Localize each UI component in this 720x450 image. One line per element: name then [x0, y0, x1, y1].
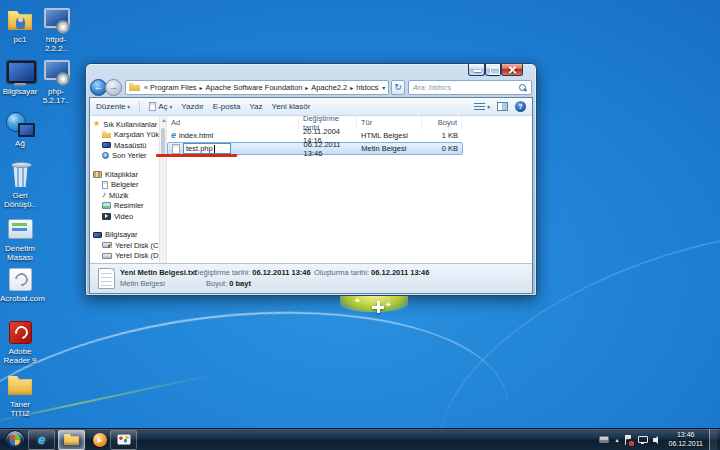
action-center-icon[interactable] — [624, 435, 632, 445]
chevron-down-icon: ▾ — [127, 104, 130, 110]
taskbar-item-internet-explorer[interactable]: e — [28, 430, 55, 450]
desktop-icon-label: Ağ — [0, 139, 40, 148]
taskbar-clock[interactable]: 13:46 06.12.2011 — [668, 431, 703, 448]
sidebar-item-label: Masaüstü — [114, 141, 147, 150]
chevron-down-icon: ▾ — [169, 104, 172, 110]
desktop-icon-taner-folder[interactable]: Taner TITIZ — [0, 371, 40, 418]
show-desktop-button[interactable] — [709, 429, 717, 450]
file-modified: 06.12.2011 13:46 — [304, 140, 358, 158]
details-filetype: Metin Belgesi — [120, 279, 165, 288]
recent-places-icon — [102, 152, 109, 159]
details-size-value: 0 bayt — [229, 279, 251, 288]
sidebar-item-local-disk-d[interactable]: Yerel Disk (D:) — [90, 251, 159, 262]
breadcrumb-arrow-icon[interactable]: ▸ — [200, 84, 203, 91]
desktop-icon-pc1[interactable]: pc1 — [0, 6, 40, 44]
file-size: 1 KB — [442, 131, 458, 140]
clock-time: 13:46 — [668, 431, 703, 440]
downloads-folder-icon — [102, 131, 111, 138]
search-icon[interactable] — [518, 83, 527, 92]
folder-icon — [4, 371, 36, 399]
sidebar-item-local-disk-c[interactable]: Yerel Disk (C:) — [90, 240, 159, 251]
desktop-icon-php-installer[interactable]: php-5.2.17.. — [36, 58, 76, 105]
sparkle-icon: + — [355, 296, 360, 305]
desktop-icon-computer[interactable]: Bilgisayar — [0, 58, 40, 96]
breadcrumb-arrow-icon[interactable]: ▸ — [350, 84, 353, 91]
list-view-icon — [474, 103, 485, 111]
rename-value: test.php — [186, 144, 213, 153]
taskbar-item-windows-explorer[interactable] — [58, 430, 85, 450]
sidebar-item-pictures[interactable]: Resimler — [90, 201, 159, 212]
computer-icon — [93, 232, 102, 238]
breadcrumb-arrow-icon[interactable]: ▸ — [305, 84, 308, 91]
network-tray-icon[interactable] — [638, 436, 647, 444]
recycle-bin-icon — [4, 162, 36, 190]
taskbar-item-media-player[interactable]: ▶ — [93, 433, 107, 447]
chevron-down-icon: ▾ — [487, 104, 490, 110]
column-header-size[interactable]: Boyut — [422, 116, 462, 129]
email-button[interactable]: E-posta — [213, 102, 241, 111]
sidebar-group-computer[interactable]: Bilgisayar — [90, 230, 159, 241]
breadcrumb-item-apache-software-foundation[interactable]: Apache Software Foundation — [206, 83, 303, 92]
new-folder-button[interactable]: Yeni klasör — [272, 102, 311, 111]
refresh-icon: ↻ — [394, 82, 402, 92]
toolbar-divider — [139, 101, 140, 112]
preview-pane-icon[interactable] — [497, 102, 508, 111]
refresh-button[interactable]: ↻ — [391, 80, 405, 95]
html-file-icon: e — [171, 131, 176, 140]
sidebar-item-music[interactable]: ♪ Müzik — [90, 190, 159, 201]
organize-label: Düzenle — [96, 102, 125, 111]
change-view-button[interactable]: ▾ — [474, 103, 490, 111]
organize-menu-button[interactable]: Düzenle ▾ — [96, 102, 130, 111]
close-button[interactable] — [501, 64, 523, 76]
command-toolbar: Düzenle ▾ Aç ▾ Yazdır E-posta Yaz Yeni k… — [90, 98, 532, 116]
sidebar-group-favorites[interactable]: ★ Sık Kullanılanlar — [90, 119, 159, 130]
adobe-reader-icon — [4, 318, 36, 346]
column-label: Tür — [361, 118, 372, 127]
breadcrumb[interactable]: « Program Files ▸ Apache Software Founda… — [125, 80, 389, 95]
video-icon — [102, 213, 111, 220]
sidebar-group-libraries[interactable]: Kitaplıklar — [90, 169, 159, 180]
desktop-icon-acrobat-com[interactable]: Acrobat.com — [0, 265, 40, 303]
annotation-underline — [156, 154, 237, 157]
forward-button[interactable]: → — [105, 79, 122, 96]
column-header-name[interactable]: Ad — [167, 116, 299, 129]
sidebar-item-recent-places[interactable]: Son Yerler — [90, 151, 159, 162]
desktop-icon-label: php-5.2.17.. — [36, 87, 76, 105]
desktop-icon-control-panel[interactable]: Denetim Masası — [0, 215, 40, 262]
forward-arrow-icon: → — [109, 83, 118, 92]
breadcrumb-item-apache22[interactable]: Apache2.2 — [311, 83, 347, 92]
sidebar-item-desktop[interactable]: Masaüstü — [90, 140, 159, 151]
start-button[interactable] — [5, 430, 25, 450]
show-hidden-icons-button[interactable]: ▴ — [615, 437, 618, 443]
sidebar-scrollbar[interactable] — [159, 116, 167, 263]
print-button[interactable]: Yazdır — [181, 102, 204, 111]
sidebar-item-downloads[interactable]: Karşıdan Yüklem — [90, 130, 159, 141]
installer-icon — [40, 58, 72, 86]
breadcrumb-item-program-files[interactable]: Program Files — [150, 83, 197, 92]
column-header-type[interactable]: Tür — [357, 116, 422, 129]
maximize-button[interactable] — [485, 64, 501, 76]
rename-input[interactable]: test.php — [183, 143, 231, 154]
help-icon[interactable]: ? — [515, 101, 526, 112]
desktop-icon-recycle-bin[interactable]: Geri Dönüşü.. — [0, 162, 40, 209]
breadcrumb-overflow-icon[interactable]: « — [144, 84, 148, 91]
search-input[interactable]: Ara: htdocs — [408, 80, 532, 95]
desktop-icon-adobe-reader[interactable]: Adobe Reader 9 — [0, 318, 40, 365]
taskbar-item-paint[interactable] — [110, 430, 137, 450]
desktop-icon-label: Bilgisayar — [0, 87, 40, 96]
sidebar-item-video[interactable]: Video — [90, 211, 159, 222]
sidebar-item-documents[interactable]: Belgeler — [90, 180, 159, 191]
minimize-button[interactable] — [468, 64, 485, 76]
address-bar: ← → « Program Files ▸ Apache Software Fo… — [86, 77, 536, 97]
desktop-icon-label: pc1 — [0, 35, 40, 44]
breadcrumb-item-htdocs[interactable]: htdocs — [356, 83, 378, 92]
open-menu-button[interactable]: Aç ▾ — [149, 102, 172, 111]
volume-icon[interactable] — [653, 435, 662, 444]
desktop-icon-network[interactable]: Ağ — [0, 110, 40, 148]
device-tray-icon[interactable] — [599, 436, 609, 443]
desktop-icon-httpd-installer[interactable]: httpd-2.2.2.. — [36, 6, 76, 53]
breadcrumb-dropdown-icon[interactable]: ▾ — [378, 84, 385, 91]
sidebar-item-label: Belgeler — [111, 180, 139, 189]
burn-button[interactable]: Yaz — [249, 102, 262, 111]
window-titlebar[interactable] — [86, 64, 536, 77]
